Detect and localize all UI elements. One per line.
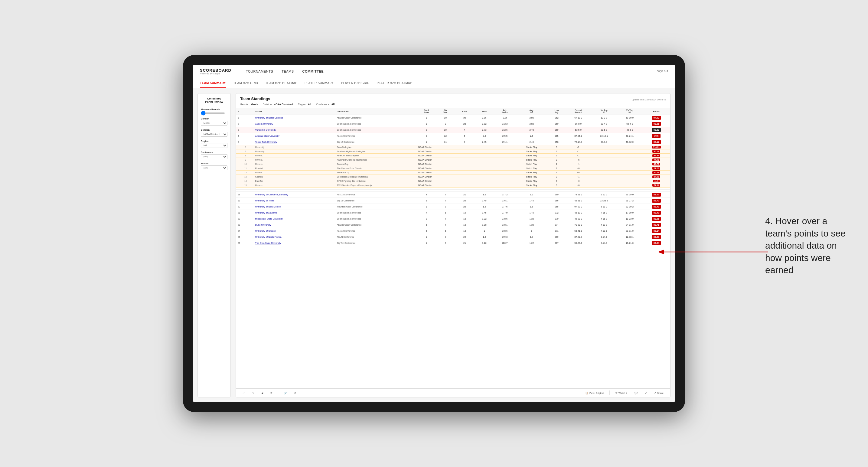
school-cell[interactable]: Texas Tech University	[253, 139, 335, 145]
table-row[interactable]: 25 University of North Florida ASUN Conf…	[236, 234, 670, 240]
points-cell[interactable]: 93.31	[642, 121, 670, 127]
vs50-cell: 12-18-1	[617, 234, 643, 240]
table-row[interactable]: 1 University of North Carolina Atlantic …	[236, 115, 670, 121]
tab-team-summary[interactable]: TEAM SUMMARY	[200, 78, 226, 88]
undo-button[interactable]: ↩	[241, 391, 247, 395]
tab-team-h2h-grid[interactable]: TEAM H2H GRID	[233, 78, 258, 88]
table-row[interactable]: 24 University of Oregon Pac-12 Conferenc…	[236, 228, 670, 234]
conference-cell: Southeastern Conference	[335, 121, 416, 127]
low-adj-cell: 262	[548, 115, 565, 121]
no-tour-cell: 11	[436, 139, 455, 145]
expand-button[interactable]: ⤢	[643, 391, 649, 395]
table-row[interactable]: 19 University of Texas Big 12 Conference…	[236, 198, 670, 204]
vs50-cell: 58-24-1	[617, 133, 643, 139]
share-button[interactable]: ↗ Share	[652, 391, 665, 395]
points-cell[interactable]: 80.71	[642, 222, 670, 228]
comment-button[interactable]: 💬	[633, 391, 639, 395]
no-tour-cell: 9	[436, 121, 455, 127]
school-cell[interactable]: Duke University	[253, 222, 335, 228]
division-select[interactable]: NCAA Division I NCAA Division II	[201, 132, 227, 137]
adj-score-cell: 278.6	[494, 228, 516, 234]
points-cell[interactable]: 83.81	[642, 216, 670, 222]
school-cell[interactable]: University of Alabama	[253, 210, 335, 216]
points-cell[interactable]: 83.89	[642, 234, 670, 240]
col-points: Points	[642, 108, 670, 115]
school-cell[interactable]: University of California, Berkeley	[253, 192, 335, 198]
points-cell[interactable]: 80.14	[642, 228, 670, 234]
nav-committee[interactable]: COMMITTEE	[303, 69, 324, 74]
table-row[interactable]: 18 University of California, Berkeley Pa…	[236, 192, 670, 198]
timer-button[interactable]: ⏱	[292, 391, 298, 395]
vs50-cell: 32-19-2	[617, 204, 643, 210]
redo-button[interactable]: ↪	[250, 391, 256, 395]
vs25-cell: 4-13-0	[591, 222, 617, 228]
back-button[interactable]: ◀	[259, 391, 265, 395]
no-tour-cell: 6	[436, 210, 455, 216]
detail-row: 10 Univers. Copper Cup NCAA Division I M…	[236, 162, 670, 166]
vs25-cell: 7-15-0	[591, 210, 617, 216]
filter-min-rounds-label: Minimum Rounds	[201, 108, 227, 111]
tab-team-h2h-heatmap[interactable]: TEAM H2H HEATMAP	[265, 78, 297, 88]
tab-player-summary[interactable]: PLAYER SUMMARY	[305, 78, 334, 88]
table-row[interactable]: 26 The Ohio State University Big Ten Con…	[236, 240, 670, 246]
table-row[interactable]: 4 Arizona State University Pac-12 Confer…	[236, 133, 670, 139]
school-cell[interactable]: University of Oregon	[253, 228, 335, 234]
school-cell[interactable]: Arizona State University	[253, 133, 335, 139]
conference-cell: Southeastern Conference	[335, 210, 416, 216]
min-rounds-slider[interactable]	[201, 113, 225, 114]
points-cell[interactable]: 90.32	[642, 127, 670, 133]
conference-select[interactable]: (All)	[201, 154, 227, 159]
points-cell[interactable]: 79.5	[642, 133, 670, 139]
school-cell[interactable]: University of North Carolina	[253, 115, 335, 121]
detail-row: 12 Univers. Williams Cup NCAA Division I…	[236, 170, 670, 175]
tab-player-h2h-heatmap[interactable]: PLAYER H2H HEATMAP	[376, 78, 412, 88]
school-cell[interactable]: University of Texas	[253, 198, 335, 204]
points-cell[interactable]: 97.02	[642, 115, 670, 121]
link-button[interactable]: 🔗	[282, 391, 288, 395]
points-cell[interactable]: 88.48	[642, 210, 670, 216]
table-scroll[interactable]: # School Conference ConfRank NoTour Rnds…	[236, 108, 670, 388]
nav-teams[interactable]: TEAMS	[282, 69, 294, 74]
points-cell[interactable]: 83.07	[642, 192, 670, 198]
tab-player-h2h-grid[interactable]: PLAYER H2H GRID	[341, 78, 370, 88]
rank-cell: 23	[236, 222, 253, 228]
sign-out-button[interactable]: Sign out	[652, 69, 668, 73]
rank-cell: 22	[236, 216, 253, 222]
rank-cell: 18	[236, 192, 253, 198]
gender-select[interactable]: Men's Women's	[201, 121, 227, 126]
table-row[interactable]: 22 Mississippi State University Southeas…	[236, 216, 670, 222]
points-cell[interactable]: 80.94	[642, 240, 670, 246]
points-cell[interactable]: 88.12	[642, 139, 670, 145]
table-row[interactable]: 23 Duke University Atlantic Coast Confer…	[236, 222, 670, 228]
refresh-button[interactable]: ⟳	[269, 391, 274, 395]
vs50-cell: 50-10-0	[617, 115, 643, 121]
school-cell[interactable]: Mississippi State University	[253, 216, 335, 222]
conf-rank-cell: 1	[416, 240, 436, 246]
table-row[interactable]: 3 Vanderbilt University Southeastern Con…	[236, 127, 670, 133]
points-cell[interactable]: 88.49	[642, 204, 670, 210]
school-select[interactable]: (All)	[201, 165, 227, 170]
conf-rank-cell: 3	[416, 198, 436, 204]
school-cell[interactable]: Vanderbilt University	[253, 127, 335, 133]
table-row[interactable]: 20 University of New Mexico Mountain Wes…	[236, 204, 670, 210]
school-cell[interactable]: Auburn University	[253, 121, 335, 127]
main-content: Committee Portal Review Minimum Rounds G…	[193, 88, 675, 402]
table-row[interactable]: 5 Texas Tech University Big 12 Conferenc…	[236, 139, 670, 145]
view-original-button[interactable]: 📋 View: Original	[583, 391, 606, 395]
school-cell[interactable]: University of New Mexico	[253, 204, 335, 210]
region-select[interactable]: N/A East West	[201, 143, 227, 148]
points-cell[interactable]: 88.70	[642, 198, 670, 204]
avg-sg-cell: 1.22	[515, 240, 548, 246]
table-row[interactable]: 21 University of Alabama Southeastern Co…	[236, 210, 670, 216]
nav-tournaments[interactable]: TOURNAMENTS	[246, 69, 273, 74]
conference-filter-label: Conference:	[316, 103, 330, 106]
avg-sg-cell: 1.3	[515, 234, 548, 240]
school-cell[interactable]: The Ohio State University	[253, 240, 335, 246]
school-cell[interactable]: University of North Florida	[253, 234, 335, 240]
vs50-cell: 55-4-0	[617, 121, 643, 127]
region-filter-value: All	[308, 103, 311, 106]
app-subtitle: Powered by clippd	[200, 72, 220, 75]
col-rnds: Rnds	[455, 108, 474, 115]
watch-button[interactable]: 👁 Watch ▾	[613, 391, 629, 395]
table-row[interactable]: 2 Auburn University Southeastern Confere…	[236, 121, 670, 127]
